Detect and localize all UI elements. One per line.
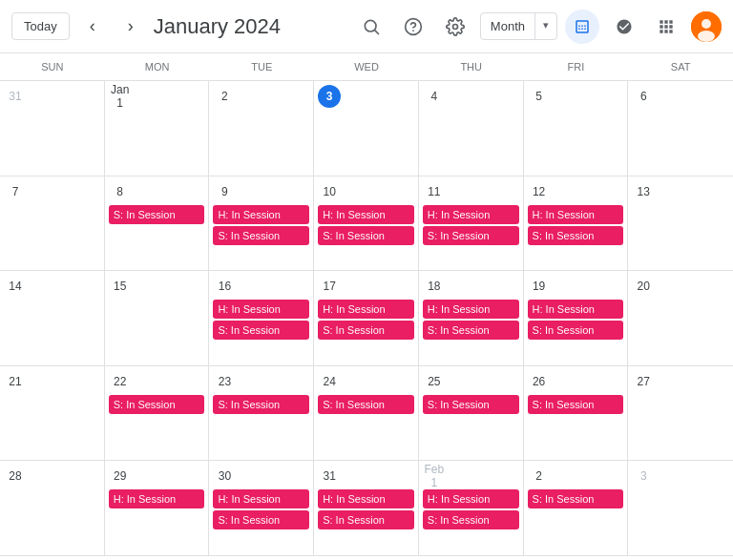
settings-icon	[446, 17, 465, 36]
day-cell[interactable]: 27	[628, 366, 733, 461]
search-button[interactable]	[354, 10, 388, 44]
calendar-event[interactable]: S: In Session	[423, 226, 519, 245]
day-cell[interactable]: 10H: In SessionS: In Session	[314, 176, 419, 271]
day-cell[interactable]: 22S: In Session	[105, 366, 210, 461]
day-cell[interactable]: 9H: In SessionS: In Session	[209, 176, 314, 271]
calendar-event[interactable]: H: In Session	[213, 489, 309, 508]
tasks-view-button[interactable]	[607, 10, 641, 44]
day-cell[interactable]: 11H: In SessionS: In Session	[419, 176, 524, 271]
calendar-event[interactable]: S: In Session	[423, 321, 519, 340]
day-header: TUE	[209, 53, 314, 80]
grid-icon	[574, 18, 591, 35]
calendar-event[interactable]: S: In Session	[318, 510, 414, 529]
help-icon	[404, 17, 423, 36]
settings-button[interactable]	[438, 10, 472, 44]
calendar-view-button[interactable]	[565, 10, 599, 44]
calendar-event[interactable]: H: In Session	[318, 300, 414, 319]
calendar-event[interactable]: S: In Session	[213, 321, 309, 340]
calendar-event[interactable]: H: In Session	[318, 489, 414, 508]
day-number: 19	[528, 275, 551, 298]
week-row: 141516H: In SessionS: In Session17H: In …	[0, 271, 733, 366]
avatar[interactable]	[691, 11, 722, 42]
calendar-event[interactable]: S: In Session	[528, 226, 624, 245]
day-number: 21	[4, 370, 27, 393]
calendar-event[interactable]: S: In Session	[528, 489, 624, 508]
day-cell[interactable]: Feb 1H: In SessionS: In Session	[419, 461, 524, 555]
svg-point-6	[702, 19, 711, 29]
day-cell[interactable]: 7	[0, 176, 105, 271]
day-number: 9	[213, 180, 236, 203]
day-cell[interactable]: 5	[524, 81, 629, 176]
calendar-event[interactable]: S: In Session	[528, 395, 624, 414]
day-cell[interactable]: Jan 1	[105, 81, 210, 176]
calendar-event[interactable]: S: In Session	[318, 321, 414, 340]
day-headers: SUNMONTUEWEDTHUFRISAT	[0, 53, 733, 81]
day-cell[interactable]: 21	[0, 366, 105, 461]
day-cell[interactable]: 12H: In SessionS: In Session	[524, 176, 629, 271]
calendar-event[interactable]: H: In Session	[528, 300, 624, 319]
day-number: 3	[632, 465, 655, 487]
view-selector[interactable]: Month ▾	[480, 12, 557, 40]
day-cell[interactable]: 14	[0, 271, 105, 365]
prev-button[interactable]: ‹	[77, 11, 108, 42]
day-number: 22	[109, 370, 132, 393]
day-cell[interactable]: 20	[628, 271, 733, 365]
day-cell[interactable]: 4	[419, 81, 524, 176]
day-cell[interactable]: 31	[0, 81, 105, 176]
day-number: 7	[4, 180, 27, 203]
calendar-event[interactable]: S: In Session	[423, 395, 519, 414]
calendar-event[interactable]: S: In Session	[213, 510, 309, 529]
week-row: 78S: In Session9H: In SessionS: In Sessi…	[0, 176, 733, 272]
calendar-event[interactable]: S: In Session	[528, 321, 624, 340]
day-cell[interactable]: 25S: In Session	[419, 366, 524, 461]
calendar-event[interactable]: S: In Session	[423, 510, 519, 529]
calendar-event[interactable]: H: In Session	[213, 205, 309, 224]
day-cell[interactable]: 29H: In Session	[105, 461, 210, 555]
calendar-event[interactable]: H: In Session	[423, 489, 519, 508]
next-button[interactable]: ›	[115, 11, 146, 42]
day-cell[interactable]: 30H: In SessionS: In Session	[209, 461, 314, 555]
svg-point-7	[698, 31, 715, 42]
day-cell[interactable]: 8S: In Session	[105, 176, 210, 271]
day-number: 13	[632, 180, 655, 203]
day-cell[interactable]: 17H: In SessionS: In Session	[314, 271, 419, 365]
day-cell[interactable]: 2S: In Session	[524, 461, 629, 555]
day-cell[interactable]: 3	[314, 81, 419, 176]
day-cell[interactable]: 16H: In SessionS: In Session	[209, 271, 314, 365]
calendar-event[interactable]: H: In Session	[318, 205, 414, 224]
calendar-event[interactable]: S: In Session	[109, 205, 205, 224]
day-cell[interactable]: 6	[628, 81, 733, 176]
day-header: MON	[105, 53, 210, 80]
calendar-event[interactable]: S: In Session	[318, 395, 414, 414]
chevron-down-icon: ▾	[534, 13, 556, 39]
today-button[interactable]: Today	[11, 12, 70, 40]
day-number: 11	[423, 180, 446, 203]
day-cell[interactable]: 31H: In SessionS: In Session	[314, 461, 419, 555]
day-number: 20	[632, 275, 655, 298]
day-cell[interactable]: 18H: In SessionS: In Session	[419, 271, 524, 365]
calendar-event[interactable]: H: In Session	[213, 300, 309, 319]
calendar-event[interactable]: S: In Session	[109, 395, 205, 414]
calendar-event[interactable]: H: In Session	[109, 489, 205, 508]
apps-button[interactable]	[649, 10, 683, 44]
day-cell[interactable]: 23S: In Session	[209, 366, 314, 461]
day-cell[interactable]: 26S: In Session	[524, 366, 629, 461]
calendar-event[interactable]: S: In Session	[213, 226, 309, 245]
calendar-event[interactable]: S: In Session	[318, 226, 414, 245]
calendar-event[interactable]: H: In Session	[528, 205, 624, 224]
day-cell[interactable]: 15	[105, 271, 210, 365]
calendar-event[interactable]: H: In Session	[423, 300, 519, 319]
day-number: Feb 1	[423, 465, 446, 487]
search-icon	[362, 17, 381, 36]
day-cell[interactable]: 13	[628, 176, 733, 271]
calendar-event[interactable]: S: In Session	[213, 395, 309, 414]
day-cell[interactable]: 3	[628, 461, 733, 555]
day-cell[interactable]: 28	[0, 461, 105, 555]
day-cell[interactable]: 19H: In SessionS: In Session	[524, 271, 629, 365]
day-header: WED	[314, 53, 419, 80]
help-button[interactable]	[396, 10, 430, 44]
calendar-event[interactable]: H: In Session	[423, 205, 519, 224]
day-number: 30	[213, 465, 236, 487]
day-cell[interactable]: 2	[209, 81, 314, 176]
day-cell[interactable]: 24S: In Session	[314, 366, 419, 461]
